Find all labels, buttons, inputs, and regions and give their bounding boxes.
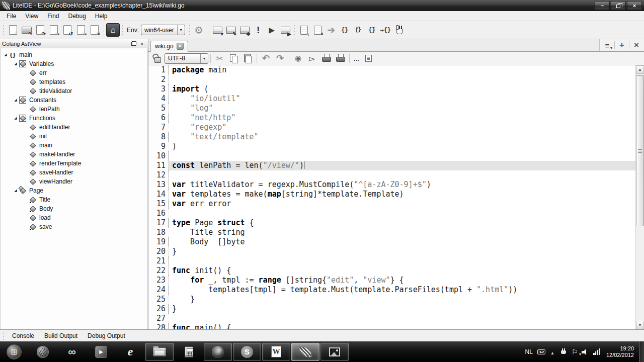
float-panel-icon[interactable] bbox=[130, 40, 138, 47]
tree-item-Title[interactable]: Title bbox=[1, 195, 147, 204]
scroll-up-icon[interactable]: ▲ bbox=[636, 65, 644, 74]
code-line-14[interactable]: 14var templates = make(map[string]*templ… bbox=[148, 190, 635, 199]
expand-arrow-icon[interactable]: ◢ bbox=[13, 96, 19, 105]
encoding-combobox[interactable]: UTF-8▼ bbox=[165, 53, 208, 64]
firefox-app[interactable] bbox=[204, 343, 232, 361]
fold-braces-icon[interactable]: {} bbox=[338, 23, 352, 37]
code-line-11[interactable]: 11const lenPath = len("/view/") bbox=[148, 161, 635, 170]
tree-item-Body[interactable]: Body bbox=[1, 204, 147, 213]
tree-item-templates[interactable]: templates bbox=[1, 77, 147, 86]
scroll-down-icon[interactable]: ▼ bbox=[636, 321, 644, 329]
hidden-icons-icon[interactable] bbox=[547, 346, 558, 358]
debug-run-icon[interactable]: ▶ bbox=[279, 23, 292, 37]
code-line-19[interactable]: 19 Body []byte bbox=[148, 237, 635, 247]
code-line-6[interactable]: 6 "net/http" bbox=[148, 113, 635, 123]
close-file-icon[interactable]: × bbox=[88, 23, 101, 37]
run-icon[interactable] bbox=[265, 23, 279, 37]
tree-item-main[interactable]: ◢{}main bbox=[1, 50, 147, 59]
volume-icon[interactable] bbox=[580, 346, 591, 358]
restore-button[interactable] bbox=[611, 1, 626, 10]
word-app[interactable]: W bbox=[262, 343, 290, 361]
save-as-icon[interactable]: ▪ bbox=[47, 23, 60, 37]
insert-line-icon[interactable]: ↓ bbox=[297, 23, 311, 37]
menu-debug[interactable]: Debug bbox=[63, 12, 90, 21]
home-icon[interactable] bbox=[106, 23, 120, 37]
undo-icon[interactable] bbox=[259, 52, 273, 65]
goto-line-icon[interactable] bbox=[325, 23, 338, 37]
tree-item-err[interactable]: err bbox=[1, 68, 147, 77]
tree-item-Variables[interactable]: ◢Variables bbox=[1, 59, 147, 68]
fold-all-icon[interactable]: {̑} bbox=[365, 23, 379, 37]
menu-find[interactable]: Find bbox=[43, 12, 63, 21]
tree-item-main[interactable]: main bbox=[1, 141, 147, 150]
close-panel-icon[interactable]: × bbox=[138, 40, 146, 47]
language-flag-icon[interactable] bbox=[569, 346, 580, 358]
unfold-braces-icon[interactable]: {͐} bbox=[352, 23, 365, 37]
code-line-22[interactable]: 22func init() { bbox=[148, 266, 635, 276]
build-config-icon[interactable]: ✱ bbox=[238, 23, 252, 37]
close-button[interactable]: × bbox=[627, 1, 642, 10]
expand-arrow-icon[interactable]: ◢ bbox=[3, 50, 9, 59]
expression-app[interactable]: ∞ bbox=[58, 343, 86, 361]
syntax-check-icon[interactable] bbox=[252, 23, 265, 37]
build-file-icon[interactable]: ✎ bbox=[224, 23, 238, 37]
internet-explorer-app[interactable]: e bbox=[116, 343, 144, 361]
print-icon[interactable] bbox=[319, 52, 333, 65]
goto-match-brace-icon[interactable]: →{} bbox=[379, 23, 392, 37]
code-line-12[interactable]: 12 bbox=[148, 170, 635, 180]
env-dropdown-icon[interactable]: ▼ bbox=[177, 25, 185, 35]
more-button[interactable]: ... bbox=[352, 55, 361, 62]
code-line-8[interactable]: 8 "text/template" bbox=[148, 132, 635, 142]
menu-view[interactable]: View bbox=[21, 12, 43, 21]
export-icon[interactable] bbox=[305, 52, 319, 65]
code-line-16[interactable]: 16 bbox=[148, 209, 635, 218]
code-line-1[interactable]: 1package main bbox=[148, 65, 635, 75]
show-desktop-button[interactable] bbox=[639, 341, 644, 362]
tab-close-icon[interactable]: × bbox=[177, 43, 184, 50]
code-line-13[interactable]: 13var titleValidator = regexp.MustCompil… bbox=[148, 180, 635, 190]
explorer-app[interactable] bbox=[145, 343, 174, 361]
tree-item-init[interactable]: init bbox=[1, 132, 147, 141]
code-line-24[interactable]: 24 templates[tmpl] = template.Must(templ… bbox=[148, 285, 635, 295]
scroll-track[interactable] bbox=[636, 74, 644, 321]
new-file-icon[interactable] bbox=[6, 23, 20, 37]
tree-item-lenPath[interactable]: lenPath bbox=[1, 105, 147, 114]
open-folder-icon[interactable]: ↷ bbox=[20, 23, 33, 37]
env-combobox[interactable]: win64-user▼ bbox=[141, 25, 185, 35]
power-plug-icon[interactable] bbox=[558, 346, 569, 358]
menu-file[interactable]: File bbox=[2, 12, 21, 21]
tree-item-Constants[interactable]: ◢Constants bbox=[1, 96, 147, 105]
tree-item-Functions[interactable]: ◢Functions bbox=[1, 114, 147, 123]
tab-list-icon[interactable] bbox=[601, 40, 613, 50]
open-file-icon[interactable]: ↷ bbox=[33, 23, 47, 37]
cut-icon[interactable] bbox=[213, 52, 226, 65]
code-lines[interactable]: 1package main23import (4 "io/ioutil"5 "l… bbox=[148, 65, 635, 329]
tree-item-save[interactable]: save bbox=[1, 222, 147, 231]
tree-item-makeHandler[interactable]: makeHandler bbox=[1, 150, 147, 159]
code-line-17[interactable]: 17type Page struct { bbox=[148, 218, 635, 228]
minimize-button[interactable]: – bbox=[595, 1, 610, 10]
clock[interactable]: 19:20 12/02/2012 bbox=[602, 345, 639, 358]
lock-icon[interactable] bbox=[150, 52, 164, 65]
build-icon[interactable]: ▾ bbox=[211, 23, 224, 37]
code-line-10[interactable]: 10 bbox=[148, 151, 635, 161]
editor-scrollbar[interactable]: ▲ ▼ bbox=[635, 65, 644, 329]
keyboard-icon[interactable] bbox=[536, 346, 547, 358]
tab-wiki-go[interactable]: wiki.go × bbox=[150, 41, 188, 52]
liteide-app[interactable] bbox=[291, 343, 319, 361]
calculator-app[interactable] bbox=[175, 343, 203, 361]
statusbar-console[interactable]: Console bbox=[7, 331, 39, 341]
language-indicator[interactable]: NL bbox=[522, 348, 536, 355]
scroll-thumb[interactable] bbox=[636, 75, 644, 226]
encoding-dropdown-icon[interactable]: ▼ bbox=[200, 54, 208, 63]
window-titlebar[interactable]: LiteIDE - E:\Go\GoBoek\code_examples\cha… bbox=[0, 0, 644, 11]
skype-app[interactable]: S bbox=[233, 343, 261, 361]
tree-item-saveHandler[interactable]: saveHandler bbox=[1, 168, 147, 177]
code-line-3[interactable]: 3import ( bbox=[148, 84, 635, 94]
tree-item-Page[interactable]: ◢Page bbox=[1, 186, 147, 195]
options-gear-icon[interactable] bbox=[192, 23, 206, 37]
code-line-4[interactable]: 4 "io/ioutil" bbox=[148, 94, 635, 104]
media-player-app[interactable]: ▶ bbox=[87, 343, 115, 361]
image-viewer-app[interactable] bbox=[320, 343, 349, 361]
expand-arrow-icon[interactable]: ◢ bbox=[13, 59, 19, 68]
